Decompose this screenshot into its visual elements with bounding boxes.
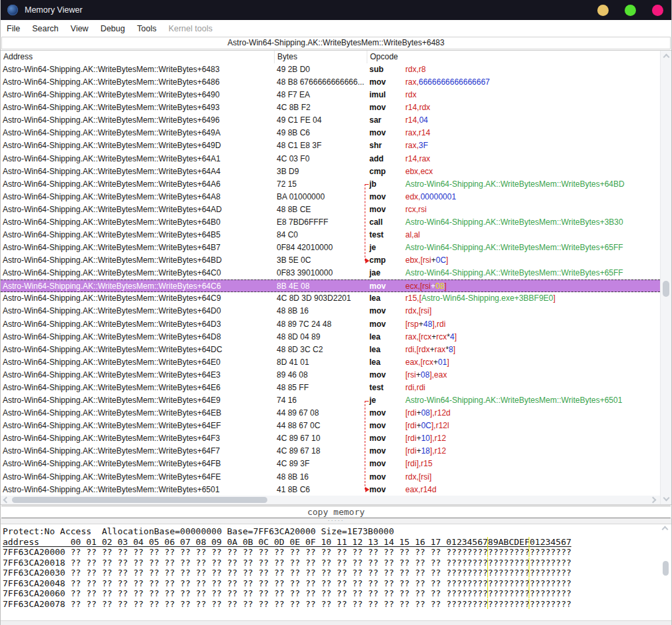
disasm-row[interactable]: Astro-Win64-Shipping.AK::WriteBytesMem::… <box>1 191 660 203</box>
disasm-row[interactable]: Astro-Win64-Shipping.AK::WriteBytesMem::… <box>1 216 660 229</box>
titlebar[interactable]: Memory Viewer <box>1 0 671 20</box>
hex-rows: 7FF63CA20000?? ?? ?? ?? ?? ?? ?? ???? ??… <box>3 547 671 609</box>
column-header-bytes[interactable]: Bytes <box>274 51 367 63</box>
row-address: Astro-Win64-Shipping.AK::WriteBytesMem::… <box>1 267 274 279</box>
row-address: Astro-Win64-Shipping.AK::WriteBytesMem::… <box>1 76 274 89</box>
vertical-scrollbar[interactable] <box>660 51 671 504</box>
hex-row[interactable]: 7FF63CA20018?? ?? ?? ?? ?? ?? ?? ???? ??… <box>3 558 671 568</box>
column-header-opcode[interactable]: Opcode <box>367 51 660 63</box>
row-mnemonic: mov <box>369 101 405 114</box>
disasm-row[interactable]: Astro-Win64-Shipping.AK::WriteBytesMem::… <box>1 432 660 445</box>
row-bytes: 4C 89 67 10 <box>274 432 367 445</box>
hex-row[interactable]: 7FF63CA20078?? ?? ?? ?? ?? ?? ?? ???? ??… <box>3 599 671 610</box>
row-opcode: callAstro-Win64-Shipping.AK::WriteBytesM… <box>367 216 660 229</box>
maximize-button[interactable] <box>625 5 636 16</box>
disasm-row[interactable]: Astro-Win64-Shipping.AK::WriteBytesMem::… <box>1 382 660 394</box>
hex-ascii-group: ???????? <box>487 568 530 578</box>
disasm-row[interactable]: Astro-Win64-Shipping.AK::WriteBytesMem::… <box>1 420 660 432</box>
scroll-left-icon[interactable] <box>3 497 10 504</box>
disasm-row[interactable]: Astro-Win64-Shipping.AK::WriteBytesMem::… <box>1 165 660 178</box>
row-bytes: 89 46 08 <box>274 369 367 382</box>
scroll-down-icon[interactable] <box>663 495 670 502</box>
operand-token: [rsp <box>405 320 419 329</box>
disasm-row[interactable]: Astro-Win64-Shipping.AK::WriteBytesMem::… <box>1 394 660 407</box>
scroll-up-icon[interactable] <box>663 54 670 61</box>
disasm-row[interactable]: Astro-Win64-Shipping.AK::WriteBytesMem::… <box>1 114 660 127</box>
operand-token: [rdi <box>405 434 417 443</box>
row-mnemonic: mov <box>369 280 405 291</box>
menu-file[interactable]: File <box>1 22 26 35</box>
row-mnemonic: test <box>369 229 405 241</box>
row-operands: r14,rax <box>405 154 430 163</box>
hex-ascii-group: ???????? <box>529 568 571 578</box>
row-bytes: 72 15 <box>274 178 367 191</box>
operand-token: 10 <box>421 434 430 443</box>
disasm-row[interactable]: Astro-Win64-Shipping.AK::WriteBytesMem::… <box>1 458 660 470</box>
hex-address-label: address <box>3 537 71 548</box>
scroll-right-icon[interactable] <box>650 497 657 504</box>
row-opcode: subrdx,r8 <box>367 63 660 76</box>
disasm-row[interactable]: Astro-Win64-Shipping.AK::WriteBytesMem::… <box>1 369 660 382</box>
disasm-row[interactable]: Astro-Win64-Shipping.AK::WriteBytesMem::… <box>1 127 660 139</box>
disasm-row[interactable]: Astro-Win64-Shipping.AK::WriteBytesMem::… <box>1 331 660 344</box>
disasm-row[interactable]: Astro-Win64-Shipping.AK::WriteBytesMem::… <box>1 254 660 267</box>
menu-view[interactable]: View <box>65 22 95 35</box>
operand-token: ] <box>453 345 455 354</box>
disasm-row[interactable]: Astro-Win64-Shipping.AK::WriteBytesMem::… <box>1 101 660 114</box>
disasm-row[interactable]: Astro-Win64-Shipping.AK::WriteBytesMem::… <box>1 139 660 152</box>
row-mnemonic: mov <box>369 127 405 139</box>
disasm-row[interactable]: Astro-Win64-Shipping.AK::WriteBytesMem::… <box>1 356 660 369</box>
disasm-row[interactable]: Astro-Win64-Shipping.AK::WriteBytesMem::… <box>1 484 660 496</box>
disasm-row[interactable]: Astro-Win64-Shipping.AK::WriteBytesMem::… <box>1 241 660 254</box>
operand-token: ],eax <box>429 370 447 380</box>
menu-tools[interactable]: Tools <box>131 22 162 35</box>
disasm-row[interactable]: Astro-Win64-Shipping.AK::WriteBytesMem::… <box>1 445 660 458</box>
hex-bytes-group: ?? ?? ?? ?? ?? ?? ?? ?? <box>321 578 441 588</box>
row-address: Astro-Win64-Shipping.AK::WriteBytesMem::… <box>1 63 274 76</box>
jump-line <box>365 184 369 260</box>
disasm-row[interactable]: Astro-Win64-Shipping.AK::WriteBytesMem::… <box>1 318 660 331</box>
disasm-row[interactable]: Astro-Win64-Shipping.AK::WriteBytesMem::… <box>1 267 660 279</box>
disasm-row[interactable]: Astro-Win64-Shipping.AK::WriteBytesMem::… <box>1 178 660 191</box>
disasm-row[interactable]: Astro-Win64-Shipping.AK::WriteBytesMem::… <box>1 344 660 356</box>
disasm-row[interactable]: Astro-Win64-Shipping.AK::WriteBytesMem::… <box>1 305 660 318</box>
disasm-row[interactable]: Astro-Win64-Shipping.AK::WriteBytesMem::… <box>1 63 660 76</box>
disasm-row-highlighted[interactable]: Astro-Win64-Shipping.AK::WriteBytesMem::… <box>1 279 660 292</box>
row-bytes: 48 8B CE <box>274 203 367 216</box>
disasm-row[interactable]: Astro-Win64-Shipping.AK::WriteBytesMem::… <box>1 292 660 305</box>
panel-splitter[interactable]: ····· <box>1 518 671 524</box>
hex-row[interactable]: 7FF63CA20048?? ?? ?? ?? ?? ?? ?? ???? ??… <box>3 578 671 589</box>
current-symbol-bar[interactable]: Astro-Win64-Shipping.AK::WriteBytesMem::… <box>1 37 671 49</box>
minimize-button[interactable] <box>597 5 609 16</box>
horizontal-scrollbar[interactable] <box>1 496 660 504</box>
hex-ascii-group: ???????? <box>446 568 488 578</box>
operand-token: rdx,[rsi] <box>405 306 431 316</box>
disasm-row[interactable]: Astro-Win64-Shipping.AK::WriteBytesMem::… <box>1 89 660 101</box>
row-opcode: mov[rdi+18],r12 <box>367 445 660 458</box>
hex-row[interactable]: 7FF63CA20060?? ?? ?? ?? ?? ?? ?? ???? ??… <box>3 588 671 599</box>
row-address: Astro-Win64-Shipping.AK::WriteBytesMem::… <box>1 432 274 445</box>
disasm-row[interactable]: Astro-Win64-Shipping.AK::WriteBytesMem::… <box>1 407 660 420</box>
vertical-scroll-thumb[interactable] <box>663 281 669 297</box>
menu-debug[interactable]: Debug <box>95 22 131 35</box>
hex-bytes-group: ?? ?? ?? ?? ?? ?? ?? ?? <box>71 547 191 557</box>
close-button[interactable] <box>652 5 663 16</box>
menu-search[interactable]: Search <box>26 22 65 35</box>
disasm-row[interactable]: Astro-Win64-Shipping.AK::WriteBytesMem::… <box>1 153 660 165</box>
disasm-row[interactable]: Astro-Win64-Shipping.AK::WriteBytesMem::… <box>1 471 660 484</box>
disasm-row[interactable]: Astro-Win64-Shipping.AK::WriteBytesMem::… <box>1 203 660 216</box>
operand-token: rdi,rdi <box>405 383 425 392</box>
operand-token: 0C <box>421 421 431 430</box>
hex-row[interactable]: 7FF63CA20030?? ?? ?? ?? ?? ?? ?? ???? ??… <box>3 568 671 578</box>
row-operands: ebx,ecx <box>405 167 433 176</box>
hex-row[interactable]: 7FF63CA20000?? ?? ?? ?? ?? ?? ?? ???? ??… <box>3 547 671 558</box>
hex-scroll-thumb[interactable] <box>663 561 669 576</box>
horizontal-scroll-thumb[interactable] <box>12 497 267 503</box>
hex-view-panel[interactable]: Protect:No Access AllocationBase=0000000… <box>1 524 671 620</box>
operand-token: r15,[ <box>405 293 421 303</box>
column-header-address[interactable]: Address <box>1 51 274 63</box>
row-opcode: addr14,rax <box>367 153 660 165</box>
disasm-row[interactable]: Astro-Win64-Shipping.AK::WriteBytesMem::… <box>1 76 660 89</box>
disasm-row[interactable]: Astro-Win64-Shipping.AK::WriteBytesMem::… <box>1 229 660 241</box>
row-operands: edx,00000001 <box>405 192 456 201</box>
